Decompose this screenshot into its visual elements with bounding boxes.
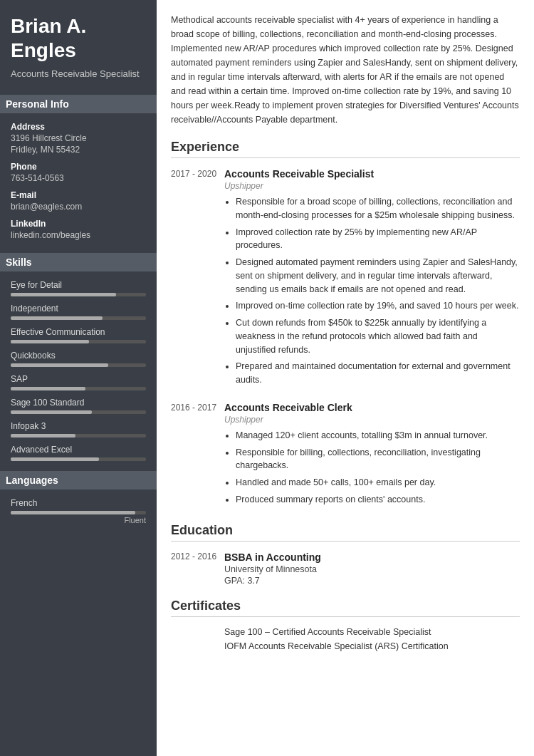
skill-bar-fill xyxy=(11,293,116,296)
exp-dates: 2017 - 2020 xyxy=(171,168,224,390)
phone-label: Phone xyxy=(11,162,146,172)
exp-company: Upshipper xyxy=(224,415,520,425)
edu-gpa: GPA: 3.7 xyxy=(224,576,520,586)
education-section: Education 2012 - 2016 BSBA in Accounting… xyxy=(171,523,520,586)
bullet-item: Improved on-time collection rate by 19%,… xyxy=(236,299,520,313)
skill-bar-fill xyxy=(11,434,75,437)
skill-item: Quickbooks xyxy=(11,351,146,367)
edu-dates: 2012 - 2016 xyxy=(171,552,224,586)
bullet-item: Responsible for a broad scope of billing… xyxy=(236,195,520,222)
education-heading: Education xyxy=(171,523,520,542)
summary: Methodical accounts receivable specialis… xyxy=(171,13,520,127)
certificates-heading: Certificates xyxy=(171,599,520,617)
email-label: E-mail xyxy=(11,190,146,200)
language-bar-fill xyxy=(11,511,135,514)
sidebar: Brian A. Engles Accounts Receivable Spec… xyxy=(0,0,157,756)
skill-bar-fill xyxy=(11,387,85,390)
skill-bar-fill xyxy=(11,316,103,320)
bullet-item: Produced summary reports on clients' acc… xyxy=(236,493,520,507)
exp-content: Accounts Receivable Specialist Upshipper… xyxy=(224,168,520,390)
bullet-item: Responsible for billing, collections, re… xyxy=(236,446,520,473)
skill-bar-bg xyxy=(11,316,146,320)
languages-heading: Languages xyxy=(0,471,157,490)
language-bar-bg xyxy=(11,511,146,514)
skill-name: Sage 100 Standard xyxy=(11,398,146,408)
skill-name: Infopak 3 xyxy=(11,421,146,431)
certificate-entry: Sage 100 – Certified Accounts Receivable… xyxy=(171,627,520,637)
bullet-item: Cut down refunds from $450k to $225k ann… xyxy=(236,316,520,356)
personal-info-heading: Personal Info xyxy=(0,95,157,113)
phone-value: 763-514-0563 xyxy=(11,173,146,183)
exp-dates: 2016 - 2017 xyxy=(171,402,224,510)
bullet-item: Prepared and maintained documentation fo… xyxy=(236,360,520,387)
skill-name: Quickbooks xyxy=(11,351,146,361)
skill-bar-bg xyxy=(11,340,146,343)
candidate-title: Accounts Receivable Specialist xyxy=(11,68,146,81)
cert-spacer xyxy=(171,641,224,651)
exp-job-title: Accounts Receivable Specialist xyxy=(224,168,520,180)
skill-item: Effective Communication xyxy=(11,327,146,343)
candidate-name: Brian A. Engles xyxy=(11,14,146,62)
skill-item: Eye for Detail xyxy=(11,280,146,296)
cert-spacer xyxy=(171,627,224,637)
skill-bar-fill xyxy=(11,410,92,414)
email-value: brian@eagles.com xyxy=(11,202,146,212)
address-line2: Fridley, MN 55432 xyxy=(11,145,146,155)
cert-text: IOFM Accounts Receivable Specialist (ARS… xyxy=(224,641,520,651)
cert-text: Sage 100 – Certified Accounts Receivable… xyxy=(224,627,520,637)
bullet-item: Managed 120+ client accounts, totalling … xyxy=(236,429,520,442)
main-content: Methodical accounts receivable specialis… xyxy=(157,0,534,756)
skill-name: SAP xyxy=(11,374,146,384)
address-label: Address xyxy=(11,122,146,132)
skill-item: Sage 100 Standard xyxy=(11,398,146,414)
edu-degree: BSBA in Accounting xyxy=(224,552,520,563)
bullet-item: Handled and made 50+ calls, 100+ emails … xyxy=(236,476,520,490)
languages-list: French Fluent xyxy=(11,498,146,524)
skill-bar-bg xyxy=(11,363,146,367)
address-line1: 3196 Hillcrest Circle xyxy=(11,133,146,143)
skill-bar-fill xyxy=(11,457,99,461)
skill-bar-bg xyxy=(11,434,146,437)
skill-name: Independent xyxy=(11,304,146,314)
language-name: French xyxy=(11,498,146,508)
exp-bullets: Managed 120+ client accounts, totalling … xyxy=(224,429,520,507)
edu-school: University of Minnesota xyxy=(224,564,520,574)
skill-bar-bg xyxy=(11,457,146,461)
exp-company: Upshipper xyxy=(224,181,520,191)
skill-bar-fill xyxy=(11,363,108,367)
exp-content: Accounts Receivable Clerk Upshipper Mana… xyxy=(224,402,520,510)
skill-name: Effective Communication xyxy=(11,327,146,337)
certificate-entry: IOFM Accounts Receivable Specialist (ARS… xyxy=(171,641,520,651)
skill-item: Infopak 3 xyxy=(11,421,146,437)
skill-name: Eye for Detail xyxy=(11,280,146,290)
skill-bar-bg xyxy=(11,387,146,390)
linkedin-value: linkedin.com/beagles xyxy=(11,230,146,240)
experience-heading: Experience xyxy=(171,140,520,158)
language-level: Fluent xyxy=(11,516,146,524)
experience-entry: 2017 - 2020 Accounts Receivable Speciali… xyxy=(171,168,520,390)
bullet-item: Improved collection rate by 25% by imple… xyxy=(236,226,520,253)
skill-item: Independent xyxy=(11,304,146,320)
language-item: French Fluent xyxy=(11,498,146,524)
experience-section: Experience 2017 - 2020 Accounts Receivab… xyxy=(171,140,520,510)
education-entry: 2012 - 2016 BSBA in Accounting Universit… xyxy=(171,552,520,586)
skill-bar-bg xyxy=(11,293,146,296)
edu-content: BSBA in Accounting University of Minneso… xyxy=(224,552,520,586)
skill-bar-fill xyxy=(11,340,89,343)
skill-item: SAP xyxy=(11,374,146,390)
certificates-list: Sage 100 – Certified Accounts Receivable… xyxy=(171,627,520,651)
linkedin-label: LinkedIn xyxy=(11,219,146,229)
skills-heading: Skills xyxy=(0,253,157,271)
experience-list: 2017 - 2020 Accounts Receivable Speciali… xyxy=(171,168,520,510)
skill-name: Advanced Excel xyxy=(11,445,146,455)
education-list: 2012 - 2016 BSBA in Accounting Universit… xyxy=(171,552,520,586)
skill-bar-bg xyxy=(11,410,146,414)
experience-entry: 2016 - 2017 Accounts Receivable Clerk Up… xyxy=(171,402,520,510)
certificates-section: Certificates Sage 100 – Certified Accoun… xyxy=(171,599,520,651)
skill-item: Advanced Excel xyxy=(11,445,146,461)
exp-bullets: Responsible for a broad scope of billing… xyxy=(224,195,520,387)
skills-list: Eye for Detail Independent Effective Com… xyxy=(11,280,146,461)
exp-job-title: Accounts Receivable Clerk xyxy=(224,402,520,413)
bullet-item: Designed automated payment reminders usi… xyxy=(236,256,520,296)
